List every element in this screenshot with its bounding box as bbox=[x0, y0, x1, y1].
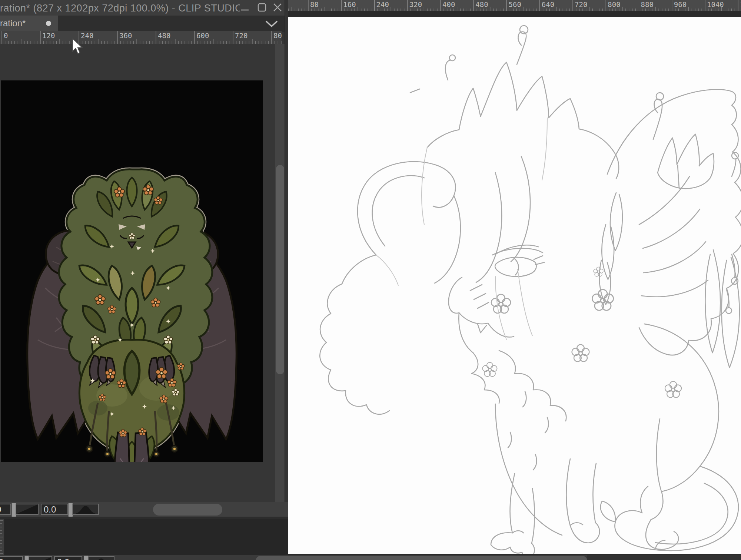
pasteboard-strip bbox=[288, 11, 741, 17]
close-icon bbox=[272, 2, 283, 13]
main-rotate-slider-track[interactable] bbox=[88, 556, 114, 560]
vertical-ruler bbox=[0, 519, 4, 555]
main-zoom-slider-track[interactable] bbox=[29, 556, 52, 560]
title-bar[interactable]: ration* (827 x 1202px 72dpi 100.0%) - CL… bbox=[0, 0, 288, 16]
svg-text:720: 720 bbox=[575, 0, 587, 9]
rotate-slider-track[interactable] bbox=[72, 504, 99, 515]
zoom-slider-track[interactable] bbox=[16, 504, 39, 515]
document-tab[interactable]: ration* bbox=[0, 16, 58, 31]
svg-text:640: 640 bbox=[542, 0, 554, 9]
svg-text:360: 360 bbox=[119, 32, 132, 40]
ramp-curve-icon bbox=[16, 504, 38, 514]
sketch-drawing bbox=[288, 17, 741, 554]
sketch-canvas[interactable] bbox=[288, 17, 741, 554]
clip-studio-paint-screen: { "title_bar": { "title": "ration* (827 … bbox=[0, 0, 741, 560]
horizontal-scrollbar-thumb[interactable] bbox=[153, 504, 222, 516]
svg-text:800: 800 bbox=[273, 32, 282, 40]
maximize-button[interactable] bbox=[254, 0, 270, 15]
rotate-value: 0.0 bbox=[44, 504, 56, 514]
svg-text:560: 560 bbox=[509, 0, 521, 9]
svg-text:800: 800 bbox=[608, 0, 620, 9]
svg-text:240: 240 bbox=[81, 32, 93, 40]
svg-text:240: 240 bbox=[376, 0, 389, 9]
minimize-button[interactable] bbox=[237, 0, 253, 15]
zoom-value: 0 bbox=[0, 504, 1, 514]
horizontal-ruler: 0120240360480600720800 bbox=[0, 31, 282, 44]
main-zoom-value: 0.0 bbox=[0, 557, 3, 560]
chevron-down-icon bbox=[264, 18, 279, 29]
svg-text:600: 600 bbox=[196, 32, 209, 40]
horizontal-ruler-main: 8016024032040048056064072080088096010401… bbox=[288, 0, 741, 11]
vertical-scrollbar-thumb[interactable] bbox=[276, 165, 284, 374]
svg-text:160: 160 bbox=[343, 0, 356, 9]
vertical-scrollbar[interactable] bbox=[275, 44, 285, 502]
svg-text:480: 480 bbox=[158, 32, 170, 40]
svg-text:880: 880 bbox=[641, 0, 654, 9]
canvas-status-bar: 0 0.0 bbox=[0, 502, 288, 517]
vertical-ruler-ticks bbox=[0, 519, 4, 555]
main-window-canvas-area: 8016024032040048056064072080088096010401… bbox=[288, 0, 741, 555]
main-rotate-value-field[interactable]: 0.0 bbox=[54, 556, 82, 560]
rotate-value-field[interactable]: 0.0 bbox=[41, 504, 68, 515]
maximize-icon bbox=[257, 3, 267, 12]
svg-text:1040: 1040 bbox=[707, 0, 724, 9]
svg-text:120: 120 bbox=[42, 32, 55, 40]
creature-illustration: .floc{fill:#f2dda9;} bbox=[1, 80, 263, 462]
unsaved-changes-dot-icon bbox=[46, 21, 51, 26]
main-horizontal-scrollbar-thumb[interactable] bbox=[256, 556, 587, 560]
svg-text:960: 960 bbox=[674, 0, 687, 9]
main-status-bar: 0.0 0.0 bbox=[0, 555, 741, 560]
tab-label: ration* bbox=[0, 18, 41, 29]
bell-curve-icon bbox=[73, 504, 98, 514]
svg-text:320: 320 bbox=[409, 0, 422, 9]
canvas-viewport[interactable]: .floc{fill:#f2dda9;} bbox=[0, 44, 275, 502]
close-button[interactable] bbox=[270, 0, 285, 15]
main-zoom-value-field[interactable]: 0.0 bbox=[0, 556, 23, 560]
svg-text:80: 80 bbox=[310, 0, 319, 9]
svg-text:0: 0 bbox=[4, 32, 8, 40]
document-window: ration* (827 x 1202px 72dpi 100.0%) - CL… bbox=[0, 0, 288, 519]
window-title: ration* (827 x 1202px 72dpi 100.0%) - CL… bbox=[0, 2, 240, 14]
horizontal-scrollbar-track[interactable] bbox=[587, 555, 741, 560]
ramp-curve-icon bbox=[29, 557, 51, 560]
zoom-value-field[interactable]: 0 bbox=[0, 504, 11, 515]
minimize-icon bbox=[240, 3, 250, 12]
bell-curve-icon bbox=[89, 557, 114, 560]
tab-bar: ration* bbox=[0, 16, 288, 32]
reference-artwork: .floc{fill:#f2dda9;} bbox=[1, 80, 263, 462]
svg-text:480: 480 bbox=[475, 0, 488, 9]
tab-menu-button[interactable] bbox=[264, 18, 279, 29]
svg-text:400: 400 bbox=[442, 0, 455, 9]
main-rotate-value: 0.0 bbox=[57, 557, 69, 560]
main-window-pasteboard bbox=[0, 519, 288, 560]
svg-text:720: 720 bbox=[235, 32, 247, 40]
